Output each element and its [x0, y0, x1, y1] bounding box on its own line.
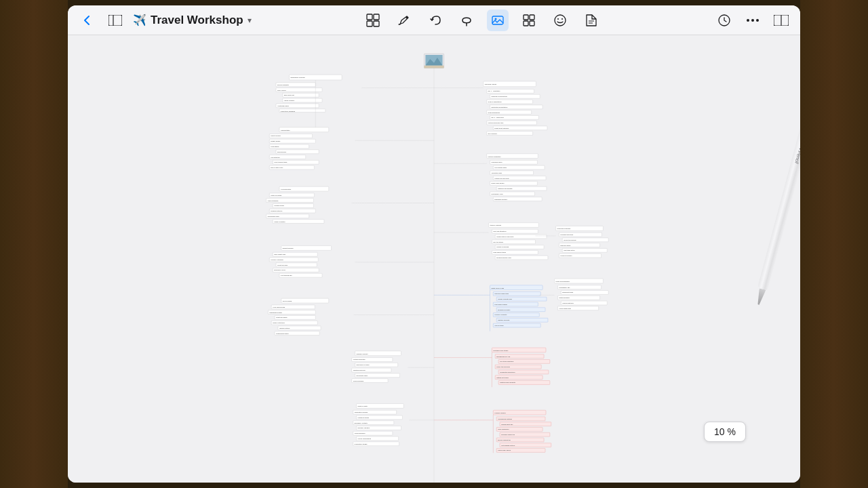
svg-text:Amsterdam walks: Amsterdam walks: [277, 105, 289, 106]
svg-text:Packing Checklist: Packing Checklist: [356, 353, 368, 354]
airplane-icon: ✈️: [133, 14, 146, 26]
svg-text:Goals & expectations: Goals & expectations: [488, 101, 502, 102]
doc-title: Travel Workshop: [151, 14, 243, 27]
svg-point-20: [751, 19, 754, 22]
svg-point-15: [561, 18, 563, 20]
sidebar-toggle-button[interactable]: [104, 9, 126, 31]
svg-text:Follow-up session: Follow-up session: [560, 255, 572, 256]
emoji-button[interactable]: [549, 9, 571, 31]
svg-text:Embassy numbers: Embassy numbers: [357, 427, 370, 428]
svg-text:Google Translate cam: Google Translate cam: [498, 298, 512, 300]
svg-text:Personal Travel Stories: Personal Travel Stories: [493, 350, 508, 351]
svg-text:Getting lost stories: Getting lost stories: [496, 377, 509, 378]
svg-text:Local cuisine guide: Local cuisine guide: [273, 306, 285, 308]
svg-text:Hotels vs hostels: Hotels vs hostels: [271, 195, 281, 196]
svg-text:Q&A sessions: Q&A sessions: [488, 133, 497, 134]
svg-text:Solo travel reflections: Solo travel reflections: [500, 361, 513, 362]
doc-button[interactable]: [580, 9, 602, 31]
svg-text:Dress codes abroad: Dress codes abroad: [491, 182, 505, 184]
svg-rect-11: [524, 21, 528, 26]
svg-text:Food & Dining: Food & Dining: [283, 300, 292, 302]
svg-text:Lessons Learned: Lessons Learned: [494, 412, 506, 413]
svg-text:Backpacking SE Asia: Backpacking SE Asia: [496, 356, 511, 357]
svg-text:Credit card fees: Credit card fees: [277, 264, 288, 266]
toolbar-center: [257, 9, 708, 31]
chevron-down-icon: ▾: [248, 16, 252, 25]
svg-text:Local transport apps: Local transport apps: [274, 161, 287, 163]
svg-text:Accommodation: Accommodation: [281, 188, 292, 190]
svg-point-14: [557, 18, 559, 20]
ipad-screen: ✈️ Travel Workshop ▾: [68, 5, 800, 483]
svg-text:Photography tips: Photography tips: [559, 287, 570, 288]
svg-text:Europe Highlights: Europe Highlights: [277, 84, 289, 85]
svg-text:Restaurant booking: Restaurant booking: [269, 312, 282, 313]
svg-text:Emergency contacts: Emergency contacts: [355, 422, 368, 424]
svg-text:Personal travel plan: Personal travel plan: [560, 234, 574, 235]
svg-text:Flexible scheduling: Flexible scheduling: [496, 247, 509, 248]
svg-text:Family trip memories: Family trip memories: [496, 366, 510, 367]
svg-text:Expert guest speakers: Expert guest speakers: [494, 127, 509, 129]
svg-text:COVID requirements: COVID requirements: [357, 438, 371, 439]
undo-button[interactable]: [425, 9, 446, 31]
svg-text:Train passes: Train passes: [271, 146, 279, 147]
svg-point-8: [495, 18, 497, 20]
svg-text:Destinations Overview: Destinations Overview: [290, 77, 305, 78]
svg-text:Bargaining customs: Bargaining customs: [494, 199, 507, 200]
svg-text:Prescription storage: Prescription storage: [355, 443, 368, 445]
svg-text:Documents folder: Documents folder: [356, 375, 368, 376]
svg-text:Cloud backup plan: Cloud backup plan: [559, 308, 571, 309]
svg-text:TripAdvisor reviews: TripAdvisor reviews: [494, 304, 507, 305]
grid-button[interactable]: [362, 9, 384, 31]
svg-text:Cultural Preparation: Cultural Preparation: [488, 156, 502, 157]
svg-text:Next steps action: Next steps action: [564, 249, 575, 251]
svg-rect-0: [108, 15, 122, 26]
svg-text:Eurail Europe: Eurail Europe: [277, 151, 287, 152]
svg-text:Cancellation policy: Cancellation policy: [267, 216, 280, 217]
desk-background-right: [800, 0, 868, 488]
svg-text:Day 1 - Orientation: Day 1 - Orientation: [488, 90, 501, 92]
svg-text:Key phrases guide: Key phrases guide: [494, 167, 507, 168]
svg-text:Check-in logistics: Check-in logistics: [274, 221, 285, 222]
svg-point-19: [747, 19, 749, 22]
svg-text:Cultural dos and donts: Cultural dos and donts: [494, 178, 509, 179]
layout-button[interactable]: [518, 9, 540, 31]
zoom-value: 10 %: [714, 426, 736, 437]
pen-button[interactable]: [393, 9, 415, 31]
svg-text:Digital Tools & Apps: Digital Tools & Apps: [491, 287, 504, 289]
svg-text:Health & Safety: Health & Safety: [357, 405, 368, 407]
svg-rect-28: [424, 66, 443, 68]
svg-text:Booking windows open: Booking windows open: [496, 257, 512, 258]
history-button[interactable]: [713, 9, 735, 31]
svg-text:Daily budget caps: Daily budget caps: [274, 253, 285, 255]
svg-text:Religious site etiquette: Religious site etiquette: [498, 188, 513, 189]
svg-text:Currency converter: Currency converter: [494, 314, 507, 315]
toolbar-right: [713, 9, 792, 31]
svg-text:Eiffel Tower visit: Eiffel Tower visit: [284, 94, 295, 96]
lasso-button[interactable]: [456, 9, 477, 31]
svg-text:Electronics & cables: Electronics & cables: [356, 364, 369, 365]
svg-text:VPN for travel: VPN for travel: [494, 325, 504, 326]
svg-text:Group trip proposal: Group trip proposal: [564, 239, 576, 241]
svg-text:Booking.com alerts: Booking.com alerts: [498, 309, 510, 310]
svg-point-6: [406, 16, 408, 18]
svg-text:Travel buddy advice: Travel buddy advice: [498, 449, 511, 451]
canvas-area[interactable]: .mnode { fill: white; stroke: #c8c8cc; s…: [68, 35, 800, 483]
svg-text:Toiletries liquid rule: Toiletries liquid rule: [353, 369, 366, 371]
back-button[interactable]: [76, 9, 98, 31]
mindmap-canvas: .mnode { fill: white; stroke: #c8c8cc; s…: [68, 35, 800, 483]
svg-text:Location priority: Location priority: [274, 205, 285, 206]
svg-point-21: [756, 19, 759, 22]
svg-text:Peak season timing: Peak season timing: [493, 251, 506, 253]
svg-text:Language basics: Language basics: [491, 161, 502, 163]
svg-text:Bus vs metro costs: Bus vs metro costs: [271, 167, 283, 168]
panel-button[interactable]: [770, 9, 792, 31]
svg-rect-7: [492, 16, 503, 24]
svg-text:Budget airlines: Budget airlines: [271, 140, 280, 142]
svg-text:Destination presentations: Destination presentations: [491, 106, 507, 108]
svg-text:Transportation: Transportation: [281, 129, 290, 131]
svg-text:Weather forecasts: Weather forecasts: [498, 319, 509, 321]
image-button[interactable]: [487, 9, 509, 31]
svg-text:Hidden gems & local spots: Hidden gems & local spots: [496, 236, 513, 237]
more-button[interactable]: [742, 9, 764, 31]
svg-text:Insurance claims real: Insurance claims real: [501, 434, 515, 435]
